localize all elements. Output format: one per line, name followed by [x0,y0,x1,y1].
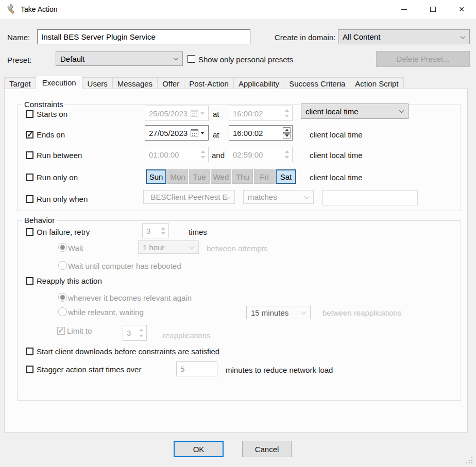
retry-times-label: times [189,228,207,236]
stagger-checkbox[interactable] [26,366,33,373]
ends-on-at-label: at [213,130,219,139]
limit-count-field[interactable]: 3 [123,325,147,341]
day-button-thu[interactable]: Thu [232,169,253,184]
day-button-wed[interactable]: Wed [211,169,231,184]
spin-down-button[interactable] [283,113,291,119]
name-input[interactable] [37,29,250,44]
starts-on-timezone-select[interactable]: client local time [301,103,409,119]
day-button-sun[interactable]: Sun [146,169,166,184]
wait-interval-select[interactable]: 1 hour [138,240,199,254]
ends-on-checkbox[interactable] [26,131,33,139]
ok-button[interactable]: OK [174,441,224,457]
run-between-checkbox[interactable] [26,151,33,159]
stagger-suffix-label: minutes to reduce network load [226,366,333,374]
spin-down-button[interactable] [199,154,207,160]
tab-offer[interactable]: Offer [157,77,184,89]
wait-reboot-radio[interactable] [58,261,67,270]
spin-down-button[interactable] [283,133,291,139]
day-button-tue[interactable]: Tue [189,169,210,184]
maximize-button[interactable] [418,0,447,19]
spin-down-button[interactable] [283,154,291,160]
delete-preset-button[interactable]: Delete Preset... [376,51,470,67]
starts-on-date-field[interactable]: 25/05/2023 [145,106,209,121]
minimize-button[interactable] [389,0,418,19]
domain-select[interactable]: All Content [338,29,470,44]
tab-applicability[interactable]: Applicability [233,77,284,89]
spin-up-button[interactable] [283,108,291,113]
maximize-icon [430,7,436,12]
run-only-on-label: Run only on [37,173,78,182]
calendar-icon [191,110,198,117]
chevron-down-icon [190,244,195,249]
domain-value: All Content [343,32,380,41]
ends-on-time-value: 16:00:02 [233,129,263,137]
ends-on-label: Ends on [37,130,65,139]
spin-up-button[interactable] [159,226,167,231]
starts-on-at-label: at [213,110,219,118]
tab-action-script[interactable]: Action Script [350,77,403,89]
run-between-to-field[interactable]: 02:59:00 [229,147,293,162]
window-title: Take Action [21,5,58,13]
run-only-on-checkbox[interactable] [26,174,33,181]
between-reapplications-label: between reapplications [322,308,401,317]
day-button-sat[interactable]: Sat [276,169,296,184]
stagger-minutes-input[interactable] [176,361,217,376]
show-personal-presets-checkbox[interactable] [188,55,195,63]
tab-post-action[interactable]: Post-Action [184,77,234,89]
spin-up-button[interactable] [199,149,207,154]
execution-tab-page: Constraints Starts on 25/05/2023 at 16:0… [4,89,468,433]
run-between-timezone-label: client local time [310,151,363,160]
spin-up-button[interactable] [283,127,291,133]
run-only-when-label: Run only when [37,195,88,203]
while-relevant-radio[interactable] [58,307,67,316]
whenever-relevant-label: whenever it becomes relevant again [68,293,192,302]
tab-target[interactable]: Target [4,77,36,89]
limit-to-checkbox[interactable] [57,327,65,335]
wait-reboot-label: Wait until computer has rebooted [68,262,181,270]
spin-down-button[interactable] [137,333,145,339]
name-label: Name: [7,33,30,42]
wait-interval-value: 1 hour [143,243,165,252]
cancel-button[interactable]: Cancel [242,441,292,457]
starts-on-date-value: 25/05/2023 [149,109,188,118]
tab-messages[interactable]: Messages [112,77,158,89]
calendar-dropdown-icon [200,132,205,134]
spin-up-button[interactable] [137,327,145,333]
tab-users[interactable]: Users [82,77,113,89]
starts-on-timezone-value: client local time [305,107,359,116]
operator-value: matches [248,193,277,201]
run-only-when-value-input[interactable] [322,190,418,205]
run-only-when-checkbox[interactable] [26,195,33,203]
ends-on-date-value: 27/05/2023 [149,129,188,137]
starts-on-time-value: 16:00:02 [233,109,263,118]
starts-on-checkbox[interactable] [26,110,33,118]
minimize-icon [401,9,407,10]
starts-on-label: Starts on [37,110,67,118]
start-downloads-checkbox[interactable] [26,348,33,355]
tab-execution[interactable]: Execution [36,76,83,89]
run-only-when-operator-select[interactable]: matches [243,190,314,204]
chevron-down-icon [399,108,404,113]
reapply-interval-select[interactable]: 15 minutes [246,306,311,319]
whenever-relevant-radio[interactable] [58,293,67,302]
wait-radio[interactable] [58,243,67,252]
run-only-when-property-select[interactable]: BESClient PeerNest E [143,190,235,204]
spin-down-button[interactable] [159,231,167,237]
spin-up-button[interactable] [283,149,291,154]
close-button[interactable]: ✕ [447,0,476,19]
retry-count-value: 3 [146,227,150,235]
ends-on-time-field[interactable]: 16:00:02 [229,125,293,141]
reapply-checkbox[interactable] [26,277,33,285]
starts-on-time-field[interactable]: 16:00:02 [229,106,293,121]
run-between-from-field[interactable]: 01:00:00 [145,147,209,162]
resize-grip[interactable] [466,457,473,464]
preset-value: Default [60,55,85,63]
tab-success-criteria[interactable]: Success Criteria [284,77,350,89]
day-button-fri[interactable]: Fri [254,169,275,184]
wrench-icon [6,4,16,14]
retry-count-field[interactable]: 3 [142,223,169,238]
retry-checkbox[interactable] [26,228,33,236]
day-button-mon[interactable]: Mon [167,169,188,184]
preset-select[interactable]: Default [56,51,183,66]
ends-on-date-field[interactable]: 27/05/2023 [145,125,209,141]
